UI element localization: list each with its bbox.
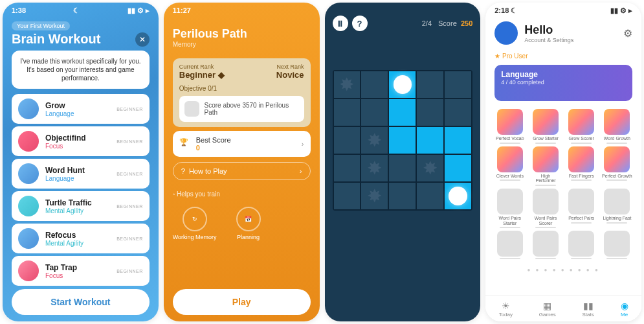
settings-button[interactable]: ⚙ xyxy=(623,27,632,40)
memory-icon: ↻ xyxy=(183,207,207,231)
board-cell[interactable] xyxy=(445,71,471,98)
board-cell[interactable] xyxy=(417,183,443,209)
board-cell[interactable]: ✸ xyxy=(334,71,361,98)
workout-item[interactable]: Refocus Mental Agility BEGINNER xyxy=(12,224,150,253)
intro-card: I've made this workout specifically for … xyxy=(12,51,150,89)
status-bar: 1:38 ☾ ▮▮ ⚙ ▸ xyxy=(3,3,159,19)
screen-game-board: ⏸ ? 2/4 Score 250 ✸✸✸✸✸ xyxy=(325,3,481,321)
board-cell[interactable] xyxy=(361,99,388,126)
achievement-label: Fast Fingers xyxy=(566,174,597,179)
board-cell[interactable] xyxy=(334,99,361,126)
best-score-row[interactable]: 🏆 Best Score 0 › xyxy=(173,131,311,157)
achievement-icon xyxy=(533,231,559,257)
moon-icon: ☾ xyxy=(73,6,80,15)
achievement[interactable]: Word Pairs Starter xyxy=(494,189,525,228)
board-cell[interactable] xyxy=(334,183,361,209)
pause-button[interactable]: ⏸ xyxy=(333,16,348,31)
game-board[interactable]: ✸✸✸✸✸ xyxy=(333,70,473,211)
chevron-right-icon: › xyxy=(302,140,304,148)
board-cell[interactable] xyxy=(445,127,471,154)
objective-icon xyxy=(184,101,199,117)
nav-me[interactable]: ◉Me xyxy=(621,301,628,318)
achievement[interactable]: Lightning Fast xyxy=(602,189,632,228)
game-icon xyxy=(18,196,39,216)
achievement[interactable]: Fast Fingers xyxy=(566,146,597,186)
board-cell[interactable]: ✸ xyxy=(361,155,388,181)
achievement-progress xyxy=(535,227,556,228)
play-button[interactable]: Play xyxy=(173,289,311,315)
ball xyxy=(449,187,467,205)
item-title: Turtle Traffic xyxy=(45,198,110,207)
nav-stats[interactable]: ▮▮Stats xyxy=(582,301,594,318)
achievement[interactable]: Grow Scorer xyxy=(566,109,597,144)
board-cell[interactable] xyxy=(389,183,416,209)
board-cell[interactable]: ✸ xyxy=(361,127,388,154)
board-cell[interactable]: ✸ xyxy=(361,183,388,209)
achievement[interactable]: Perfect Pairs xyxy=(566,189,597,228)
achievement[interactable] xyxy=(602,231,632,259)
item-category: Language xyxy=(45,175,110,182)
board-cell[interactable] xyxy=(417,71,443,98)
board-cell[interactable]: ✸ xyxy=(417,155,443,181)
hello-title: Hello xyxy=(524,23,573,37)
nav-today[interactable]: ☀Today xyxy=(499,301,513,318)
avatar[interactable] xyxy=(494,21,518,45)
achievement-icon xyxy=(604,189,630,214)
status-time: 11:27 xyxy=(173,6,191,14)
achievement[interactable] xyxy=(530,231,561,259)
achievement[interactable]: Perfect Vocab xyxy=(494,109,525,144)
close-button[interactable]: ✕ xyxy=(135,32,150,47)
ball xyxy=(394,75,412,94)
achievement[interactable] xyxy=(494,231,525,259)
objective-card: Score above 3570 in Perilous Path xyxy=(179,96,304,122)
board-cell[interactable] xyxy=(417,99,443,126)
achievement-icon xyxy=(497,231,523,257)
game-icon xyxy=(18,163,39,184)
game-icon xyxy=(18,98,39,119)
achievement-icon xyxy=(533,189,559,214)
language-banner[interactable]: Language 4 / 40 completed xyxy=(494,65,632,101)
board-cell[interactable] xyxy=(389,71,416,98)
help-button[interactable]: ? xyxy=(352,16,368,31)
board-cell[interactable] xyxy=(445,99,471,126)
achievement[interactable]: Word Growth xyxy=(602,109,632,144)
start-workout-button[interactable]: Start Workout xyxy=(12,289,150,315)
achievement[interactable]: Grow Starter xyxy=(530,109,561,144)
board-cell[interactable] xyxy=(389,127,416,154)
achievement[interactable]: Perfect Growth xyxy=(602,146,632,186)
board-cell[interactable] xyxy=(334,155,361,181)
board-cell[interactable] xyxy=(389,155,416,181)
achievement[interactable]: Word Pairs Scorer xyxy=(530,189,561,228)
achievement-icon xyxy=(533,109,559,135)
train-planning: 📅 Planning xyxy=(236,207,261,240)
workout-item[interactable]: Tap Trap Focus BEGINNER xyxy=(12,256,150,286)
item-title: Grow xyxy=(45,101,110,110)
board-cell[interactable] xyxy=(361,71,388,98)
achievement[interactable]: Clever Words xyxy=(494,146,525,186)
item-category: Focus xyxy=(45,272,110,279)
workout-item[interactable]: Word Hunt Language BEGINNER xyxy=(12,159,150,189)
achievement-progress xyxy=(571,179,592,181)
workout-item[interactable]: Grow Language BEGINNER xyxy=(12,94,150,124)
achievement[interactable] xyxy=(566,231,597,259)
achievement-progress xyxy=(571,258,592,259)
game-icon xyxy=(18,260,39,281)
board-cell[interactable] xyxy=(445,183,471,209)
board-cell[interactable] xyxy=(445,155,471,181)
achievement-label: Perfect Pairs xyxy=(566,216,597,221)
page-dots[interactable]: ● ● ● ● ● ● ● ● ● xyxy=(485,264,641,275)
board-cell[interactable] xyxy=(334,127,361,154)
difficulty-badge: BEGINNER xyxy=(117,204,143,209)
achievement-label: Word Pairs Scorer xyxy=(530,216,561,226)
nav-games[interactable]: ▦Games xyxy=(539,301,556,318)
achievement[interactable]: High Performer xyxy=(530,146,561,186)
workout-item[interactable]: Turtle Traffic Mental Agility BEGINNER xyxy=(12,191,150,221)
achievement-icon xyxy=(497,146,523,172)
achievement-progress xyxy=(535,185,556,186)
achievement-progress xyxy=(606,179,627,181)
how-to-play-button[interactable]: ? How to Play › xyxy=(173,162,311,180)
workout-item[interactable]: Objectifind Focus BEGINNER xyxy=(12,126,150,156)
board-cell[interactable] xyxy=(417,127,443,154)
achievement-label: Clever Words xyxy=(494,174,525,179)
board-cell[interactable] xyxy=(389,99,416,126)
